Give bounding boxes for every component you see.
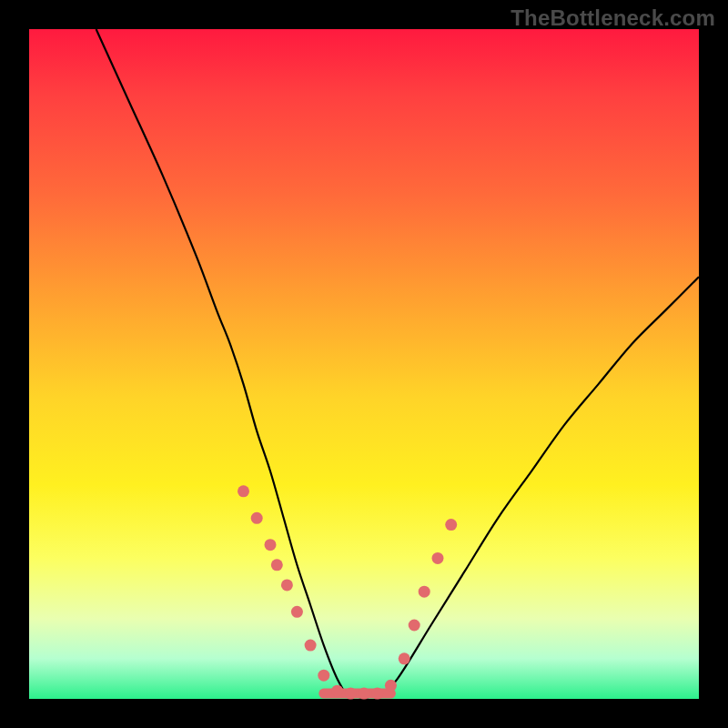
curve-marker	[432, 552, 444, 564]
brand-watermark: TheBottleneck.com	[511, 5, 715, 31]
chart-svg	[29, 29, 699, 699]
curve-marker	[251, 512, 263, 524]
bottleneck-curve	[96, 29, 699, 701]
curve-marker	[331, 685, 343, 697]
curve-marker	[271, 559, 283, 571]
curve-marker	[265, 539, 277, 551]
curve-marker	[359, 688, 370, 700]
chart-frame: TheBottleneck.com	[0, 0, 728, 728]
curve-marker	[345, 688, 357, 700]
curve-marker	[409, 620, 420, 632]
curve-marker	[281, 579, 293, 591]
curve-marker	[385, 680, 397, 692]
curve-marker	[318, 670, 329, 682]
curve-marker	[291, 606, 303, 618]
curve-marker	[305, 640, 317, 652]
curve-marker	[445, 519, 457, 531]
curve-markers	[238, 485, 457, 699]
curve-marker	[371, 688, 383, 700]
curve-marker	[238, 485, 249, 497]
curve-marker	[419, 586, 430, 598]
curve-marker	[399, 652, 410, 664]
